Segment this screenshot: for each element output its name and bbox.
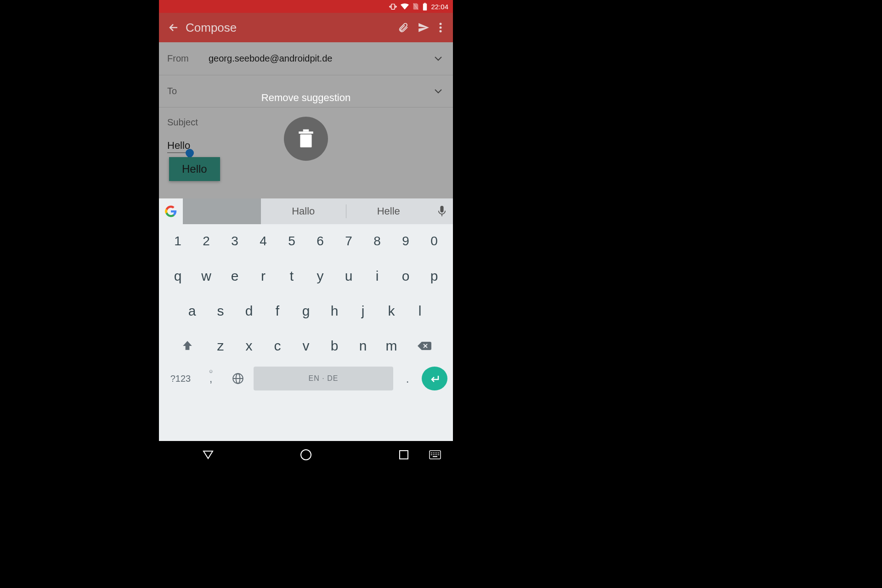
space-key[interactable]: EN · DE <box>254 367 393 390</box>
comma-label: , <box>209 372 213 385</box>
phone-frame: 22:04 Compose From georg.seebode@android… <box>159 0 453 441</box>
symbols-key[interactable]: ?123 <box>164 367 197 390</box>
attach-button[interactable] <box>393 17 413 38</box>
shift-key[interactable] <box>170 332 205 360</box>
suggestion-1[interactable]: Hallo <box>261 205 346 217</box>
svg-rect-31 <box>431 454 432 455</box>
overflow-menu-button[interactable] <box>434 17 447 38</box>
svg-rect-36 <box>433 456 437 457</box>
globe-icon <box>232 373 244 384</box>
key-u[interactable]: u <box>336 262 362 290</box>
key-w[interactable]: w <box>193 262 219 290</box>
key-x[interactable]: x <box>236 332 262 360</box>
svg-point-10 <box>440 27 442 29</box>
key-l[interactable]: l <box>407 297 433 325</box>
suggestion-strip: Hallo Helle <box>159 198 453 224</box>
wifi-icon <box>401 3 409 10</box>
key-row-2: asdfghjkl <box>161 297 451 325</box>
key-b[interactable]: b <box>322 332 347 360</box>
key-4[interactable]: 4 <box>250 227 276 255</box>
chevron-down-icon[interactable] <box>432 55 445 63</box>
body-area[interactable]: Hello Hello <box>159 137 453 187</box>
key-p[interactable]: p <box>421 262 447 290</box>
shift-icon <box>181 340 193 352</box>
compose-content: From georg.seebode@androidpit.de To Subj… <box>159 42 453 198</box>
svg-rect-15 <box>440 206 443 212</box>
suggestion-2[interactable]: Helle <box>346 205 431 217</box>
key-v[interactable]: v <box>293 332 319 360</box>
dragged-suggestion-chip[interactable] <box>183 198 261 224</box>
voice-input-button[interactable] <box>431 198 453 224</box>
emoji-hint-icon: ☺ <box>208 368 213 374</box>
key-i[interactable]: i <box>364 262 390 290</box>
from-value: georg.seebode@androidpit.de <box>209 53 432 64</box>
key-row-1: qwertyuiop <box>161 262 451 290</box>
key-6[interactable]: 6 <box>307 227 333 255</box>
key-3[interactable]: 3 <box>222 227 248 255</box>
key-g[interactable]: g <box>293 297 319 325</box>
key-j[interactable]: j <box>350 297 376 325</box>
key-row-numbers: 1234567890 <box>161 227 451 255</box>
from-row[interactable]: From georg.seebode@androidpit.de <box>159 42 453 75</box>
svg-marker-22 <box>204 451 213 458</box>
key-z[interactable]: z <box>208 332 233 360</box>
from-label: From <box>167 53 209 64</box>
nav-keyboard-switch-button[interactable] <box>424 443 447 466</box>
app-bar: Compose <box>159 13 453 42</box>
key-a[interactable]: a <box>179 297 205 325</box>
key-5[interactable]: 5 <box>279 227 305 255</box>
to-label: To <box>167 86 209 96</box>
key-r[interactable]: r <box>250 262 276 290</box>
key-q[interactable]: q <box>165 262 191 290</box>
text-tooltip[interactable]: Hello <box>169 157 220 181</box>
svg-rect-6 <box>423 3 427 10</box>
key-0[interactable]: 0 <box>421 227 447 255</box>
key-y[interactable]: y <box>307 262 333 290</box>
svg-rect-7 <box>424 3 426 4</box>
key-o[interactable]: o <box>393 262 418 290</box>
nav-home-button[interactable] <box>294 443 317 466</box>
key-c[interactable]: c <box>265 332 290 360</box>
key-2[interactable]: 2 <box>193 227 219 255</box>
chevron-down-icon[interactable] <box>432 87 445 96</box>
status-bar: 22:04 <box>159 0 453 13</box>
svg-rect-28 <box>435 452 435 453</box>
comma-key[interactable]: ☺ , <box>199 367 222 390</box>
key-t[interactable]: t <box>279 262 305 290</box>
enter-key[interactable] <box>422 367 447 390</box>
key-7[interactable]: 7 <box>336 227 362 255</box>
key-m[interactable]: m <box>379 332 404 360</box>
backspace-key[interactable] <box>407 332 442 360</box>
subject-row[interactable]: Subject <box>159 107 453 137</box>
svg-point-23 <box>301 450 311 460</box>
key-f[interactable]: f <box>265 297 290 325</box>
key-1[interactable]: 1 <box>165 227 191 255</box>
key-h[interactable]: h <box>322 297 347 325</box>
period-key[interactable]: . <box>396 367 419 390</box>
key-8[interactable]: 8 <box>364 227 390 255</box>
svg-rect-33 <box>435 454 435 455</box>
keyboard: 1234567890 qwertyuiop asdfghjkl zxcvbnm … <box>159 224 453 395</box>
key-e[interactable]: e <box>222 262 248 290</box>
svg-rect-26 <box>431 452 432 453</box>
key-n[interactable]: n <box>350 332 376 360</box>
svg-rect-29 <box>436 452 437 453</box>
svg-rect-35 <box>438 454 439 455</box>
language-key[interactable] <box>225 367 251 390</box>
page-title: Compose <box>186 21 393 35</box>
back-button[interactable] <box>164 18 183 37</box>
svg-rect-0 <box>391 4 395 9</box>
send-button[interactable] <box>413 17 434 38</box>
nav-recents-button[interactable] <box>392 443 415 466</box>
key-s[interactable]: s <box>208 297 233 325</box>
key-k[interactable]: k <box>379 297 404 325</box>
clock-text: 22:04 <box>431 3 448 11</box>
key-d[interactable]: d <box>236 297 262 325</box>
svg-rect-32 <box>433 454 434 455</box>
key-row-bottom: ?123 ☺ , EN · DE . <box>161 367 451 390</box>
google-search-button[interactable] <box>159 198 183 224</box>
nav-back-button[interactable] <box>197 443 220 466</box>
to-row[interactable]: To <box>159 75 453 107</box>
no-sim-icon <box>413 3 419 10</box>
key-9[interactable]: 9 <box>393 227 418 255</box>
